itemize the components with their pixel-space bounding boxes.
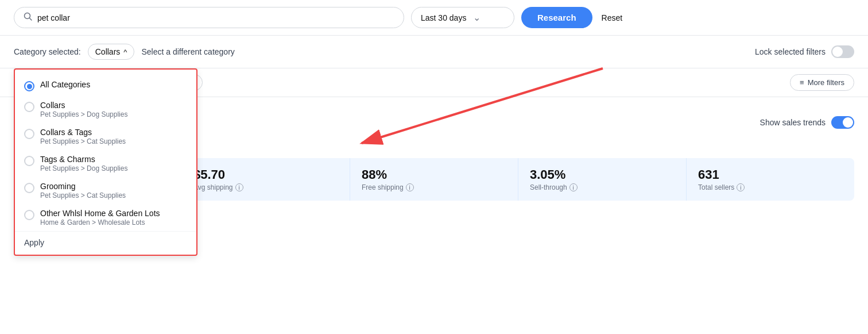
reset-button[interactable]: Reset [599,9,625,27]
stat-value-total-sellers: 631 [698,167,843,182]
item-text-other-whlsl: Other Whlsl Home & Garden Lots Home & Ga… [40,209,160,226]
radio-inner [27,84,32,89]
dropdown-item-other-whlsl[interactable]: Other Whlsl Home & Garden Lots Home & Ga… [15,204,196,231]
item-name-grooming: Grooming [40,182,126,191]
info-icon-free-ship[interactable]: i [406,183,414,191]
radio-grooming [24,183,34,193]
stat-sell-through: 3.05% Sell-through i [518,158,687,201]
stat-value-free-ship: 88% [362,167,506,182]
more-filters-icon: ≡ [800,78,804,87]
search-icon [24,12,33,23]
select-different-category[interactable]: Select a different category [141,47,234,56]
date-selector[interactable]: Last 30 days ⌄ [411,7,514,28]
radio-tags-charms [24,156,34,166]
item-sub-collars-tags: Pet Supplies > Cat Supplies [40,137,126,145]
info-icon-total-sellers[interactable]: i [737,183,745,191]
research-button[interactable]: Research [521,7,592,28]
chevron-up-icon: ^ [123,48,127,56]
item-name-collars-tags: Collars & Tags [40,128,126,137]
radio-collars-tags [24,129,34,139]
category-dropdown: All Categories Collars Pet Supplies > Do… [14,68,197,256]
apply-button[interactable]: Apply [24,238,44,247]
item-text-collars-tags: Collars & Tags Pet Supplies > Cat Suppli… [40,128,126,145]
show-trends: Show sales trends [760,116,854,129]
item-name-all: All Categories [40,80,90,89]
item-name-other-whlsl: Other Whlsl Home & Garden Lots [40,209,160,218]
category-bar: Category selected: Collars ^ Select a di… [0,36,868,68]
apply-btn-wrap: Apply [15,231,196,255]
toggle-blue-knob [843,117,853,128]
lock-filters-label: Lock selected filters [755,47,826,56]
category-chip-text: Collars [95,47,121,56]
stat-label-avg-ship: Avg shipping i [193,183,338,191]
more-filters-label: More filters [808,78,844,87]
show-trends-label: Show sales trends [760,118,826,127]
dropdown-item-collars[interactable]: Collars Pet Supplies > Dog Supplies [15,96,196,123]
search-input[interactable] [37,13,394,22]
stat-value-avg-ship: $5.70 [193,167,338,182]
category-chip[interactable]: Collars ^ [88,44,135,60]
dropdown-item-tags-charms[interactable]: Tags & Charms Pet Supplies > Dog Supplie… [15,150,196,177]
item-text-grooming: Grooming Pet Supplies > Cat Supplies [40,182,126,199]
item-name-tags-charms: Tags & Charms [40,155,127,164]
stat-value-sell-through: 3.05% [530,167,675,182]
item-sub-other-whlsl: Home & Garden > Wholesale Lots [40,218,160,226]
item-name-collars: Collars [40,101,127,110]
radio-other-whlsl [24,210,34,220]
search-wrapper [14,7,404,28]
top-bar: Last 30 days ⌄ Research Reset [0,0,868,36]
dropdown-item-all-categories[interactable]: All Categories [15,75,196,96]
item-sub-grooming: Pet Supplies > Cat Supplies [40,191,126,199]
toggle-knob [832,47,843,57]
dropdown-item-grooming[interactable]: Grooming Pet Supplies > Cat Supplies [15,177,196,204]
svg-line-1 [30,18,32,21]
lock-filters-area: Lock selected filters [755,45,854,58]
stat-label-sell-through: Sell-through i [530,183,675,191]
item-text-collars: Collars Pet Supplies > Dog Supplies [40,101,127,118]
item-sub-collars: Pet Supplies > Dog Supplies [40,110,127,118]
filter-bar: Condition filter ⌄ Format f ⌄ ⌄ All Cate… [0,68,868,97]
category-selected-label: Category selected: [14,47,81,56]
item-text-all: All Categories [40,80,90,89]
info-icon-sell-through[interactable]: i [569,183,578,191]
more-filters-button[interactable]: ≡ More filters [790,74,854,91]
dropdown-scroll: All Categories Collars Pet Supplies > Do… [15,70,196,231]
chevron-down-icon: ⌄ [473,12,480,23]
stat-label-total-sellers: Total sellers i [698,183,843,191]
stat-label-free-ship: Free shipping i [362,183,506,191]
date-label: Last 30 days [421,13,466,22]
dropdown-item-collars-tags[interactable]: Collars & Tags Pet Supplies > Cat Suppli… [15,123,196,150]
stat-free-shipping: 88% Free shipping i [350,158,518,201]
radio-collars [24,102,34,112]
stat-total-sellers: 631 Total sellers i [687,158,854,201]
info-icon-avg-ship[interactable]: i [235,183,243,191]
lock-filters-toggle[interactable] [831,45,854,58]
item-text-tags-charms: Tags & Charms Pet Supplies > Dog Supplie… [40,155,127,172]
show-trends-toggle[interactable] [831,116,854,129]
item-sub-tags-charms: Pet Supplies > Dog Supplies [40,164,127,172]
radio-all-categories [24,81,34,91]
stat-avg-shipping: $5.70 Avg shipping i [182,158,350,201]
